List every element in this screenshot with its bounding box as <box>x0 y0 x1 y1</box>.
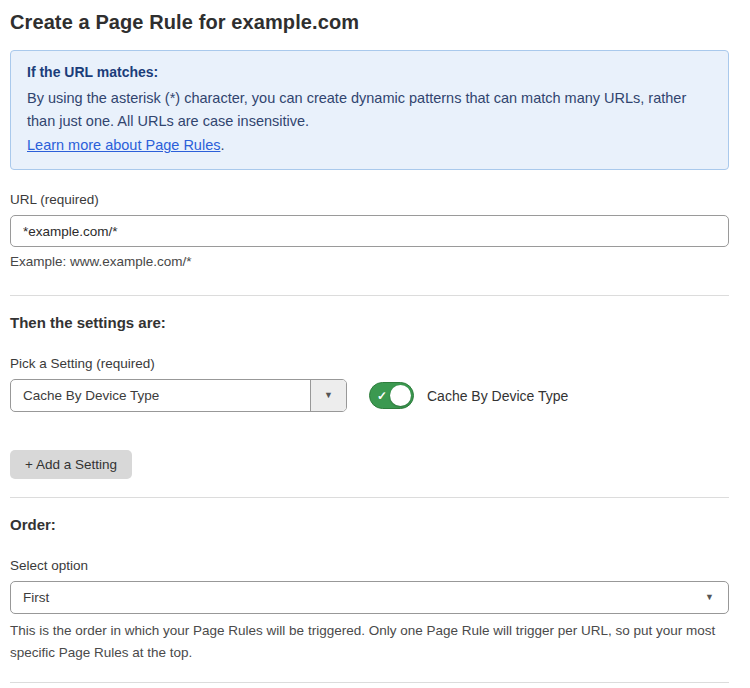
setting-dropdown-value: Cache By Device Type <box>11 380 310 411</box>
link-period: . <box>220 137 224 153</box>
create-page-rule-panel: Create a Page Rule for example.com If th… <box>0 0 750 688</box>
info-box-link-line: Learn more about Page Rules. <box>27 134 712 157</box>
chevron-down-icon: ▼ <box>705 593 714 602</box>
check-icon: ✓ <box>377 390 387 402</box>
section-divider <box>10 497 729 498</box>
chevron-down-icon: ▼ <box>324 391 333 400</box>
order-section-heading: Order: <box>10 516 729 533</box>
url-matches-info-box: If the URL matches: By using the asteris… <box>10 50 729 170</box>
footer-divider <box>10 682 729 683</box>
url-field-helper: Example: www.example.com/* <box>10 254 729 269</box>
url-field-label: URL (required) <box>10 192 729 207</box>
learn-more-link[interactable]: Learn more about Page Rules <box>27 137 220 153</box>
order-select-value: First <box>23 590 49 605</box>
settings-section-heading: Then the settings are: <box>10 314 729 331</box>
setting-dropdown-arrow-button[interactable]: ▼ <box>310 380 346 411</box>
pick-setting-label: Pick a Setting (required) <box>10 356 729 371</box>
page-title: Create a Page Rule for example.com <box>10 8 729 36</box>
order-helper-text: This is the order in which your Page Rul… <box>10 620 729 664</box>
section-divider <box>10 295 729 296</box>
url-input[interactable] <box>10 215 729 247</box>
toggle-label: Cache By Device Type <box>427 388 568 404</box>
cache-by-device-type-toggle[interactable]: ✓ <box>369 382 414 409</box>
setting-dropdown[interactable]: Cache By Device Type ▼ <box>10 379 347 412</box>
order-select[interactable]: First ▼ <box>10 581 729 614</box>
toggle-knob <box>390 385 411 406</box>
order-select-label: Select option <box>10 558 729 573</box>
info-box-heading: If the URL matches: <box>27 64 712 80</box>
add-setting-button[interactable]: + Add a Setting <box>10 450 132 479</box>
info-box-body: By using the asterisk (*) character, you… <box>27 87 712 133</box>
setting-row: Cache By Device Type ▼ ✓ Cache By Device… <box>10 379 729 412</box>
